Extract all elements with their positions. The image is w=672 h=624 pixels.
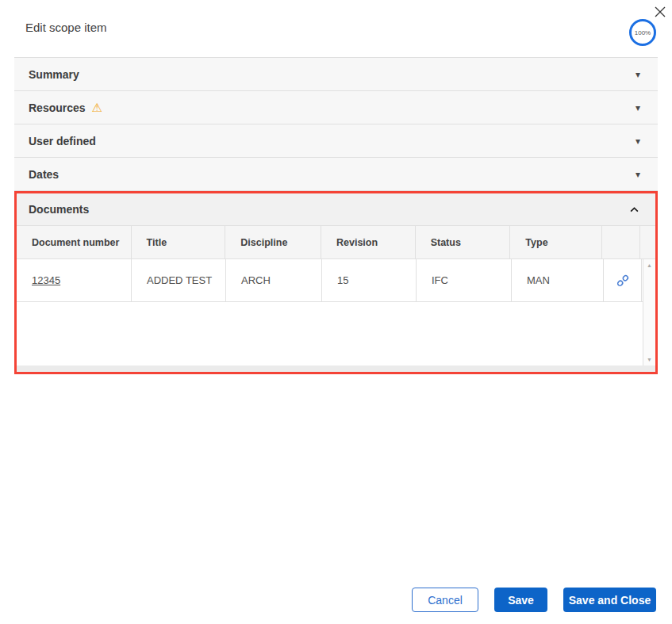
caret-down-icon: ▾ — [636, 70, 640, 79]
dialog-footer: Cancel Save Save and Close — [412, 588, 656, 612]
section-documents-label: Documents — [29, 203, 89, 216]
table-row: 12345 ADDED TEST ARCH 15 IFC MAN — [17, 259, 643, 302]
accordion: Summary ▾ Resources ⚠ ▾ User defined ▾ D… — [14, 57, 658, 191]
completion-percentage-badge: 100% — [629, 19, 656, 46]
close-icon[interactable] — [651, 3, 669, 21]
column-header-type: Type — [510, 226, 602, 258]
section-dates-label: Dates — [29, 168, 59, 181]
scroll-up-icon[interactable]: ▲ — [647, 262, 652, 268]
cell-discipline: ARCH — [226, 259, 322, 301]
column-header-spacer — [640, 226, 655, 258]
section-documents[interactable]: Documents — [17, 193, 655, 226]
caret-down-icon: ▾ — [636, 170, 640, 179]
section-summary-label: Summary — [29, 68, 79, 81]
page-title: Edit scope item — [25, 21, 107, 34]
cell-type: MAN — [512, 259, 604, 301]
chevron-up-icon — [628, 204, 640, 216]
completion-percentage-value: 100% — [635, 29, 651, 36]
cell-actions — [604, 259, 642, 301]
column-header-title: Title — [132, 226, 226, 258]
dialog-header: Edit scope item 100% — [0, 0, 672, 57]
column-header-document-number: Document number — [17, 226, 132, 258]
horizontal-scrollbar[interactable] — [17, 366, 655, 372]
scroll-down-icon[interactable]: ▼ — [647, 357, 652, 362]
vertical-scrollbar[interactable]: ▲ ▼ — [643, 259, 655, 366]
document-number-link[interactable]: 12345 — [32, 274, 60, 286]
section-user-defined[interactable]: User defined ▾ — [14, 124, 658, 158]
cell-title: ADDED TEST — [132, 259, 226, 301]
section-resources[interactable]: Resources ⚠ ▾ — [14, 91, 658, 124]
save-button[interactable]: Save — [494, 588, 547, 612]
caret-down-icon: ▾ — [636, 136, 640, 146]
documents-table-header: Document number Title Discipline Revisio… — [17, 226, 655, 259]
documents-table: Document number Title Discipline Revisio… — [17, 226, 655, 372]
section-summary[interactable]: Summary ▾ — [14, 58, 658, 91]
annotation-highlight-box: Documents Document number Title Discipli… — [14, 191, 658, 374]
column-header-actions — [602, 226, 640, 258]
section-dates[interactable]: Dates ▾ — [14, 158, 658, 191]
section-resources-label: Resources — [29, 101, 86, 114]
column-header-revision: Revision — [321, 226, 416, 258]
unlink-icon[interactable] — [616, 274, 630, 288]
cancel-button[interactable]: Cancel — [412, 588, 478, 612]
cell-document-number: 12345 — [17, 259, 132, 301]
cell-revision: 15 — [322, 259, 417, 301]
section-user-defined-label: User defined — [29, 135, 96, 147]
column-header-discipline: Discipline — [225, 226, 321, 258]
column-header-status: Status — [416, 226, 511, 258]
caret-down-icon: ▾ — [636, 103, 640, 113]
cell-status: IFC — [417, 259, 512, 301]
save-and-close-button[interactable]: Save and Close — [563, 588, 656, 612]
warning-icon: ⚠ — [92, 101, 102, 113]
